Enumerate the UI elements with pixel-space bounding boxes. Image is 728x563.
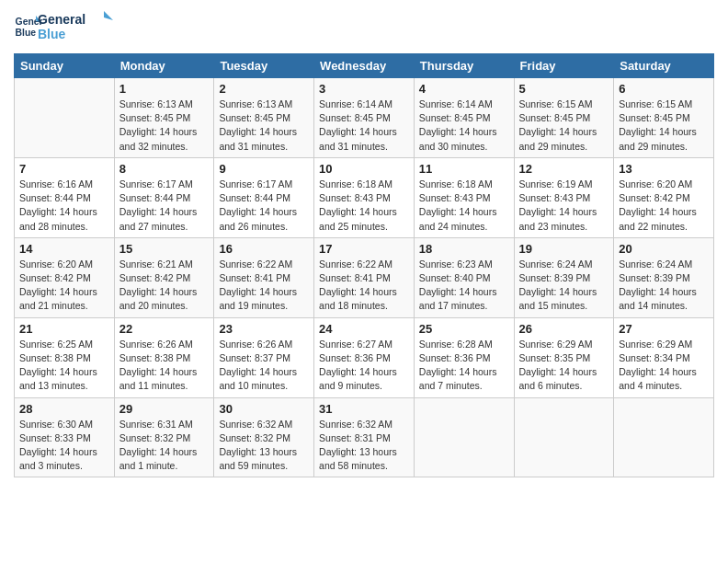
- calendar-cell: 29 Sunrise: 6:31 AM Sunset: 8:32 PM Dayl…: [114, 397, 214, 477]
- day-info: Sunrise: 6:16 AM Sunset: 8:44 PM Dayligh…: [19, 178, 109, 234]
- day-number: 16: [219, 242, 309, 256]
- sunset-label: Sunset: 8:36 PM: [319, 352, 391, 363]
- day-info: Sunrise: 6:18 AM Sunset: 8:43 PM Dayligh…: [419, 178, 509, 234]
- daylight-label: Daylight: 14 hours and 1 minute.: [119, 446, 198, 471]
- day-number: 21: [19, 322, 109, 336]
- sunrise-label: Sunrise: 6:32 AM: [219, 419, 292, 430]
- sunset-label: Sunset: 8:42 PM: [19, 272, 91, 283]
- col-header-monday: Monday: [114, 54, 214, 78]
- day-number: 26: [519, 322, 609, 336]
- daylight-label: Daylight: 14 hours and 7 minutes.: [419, 366, 497, 391]
- day-number: 6: [619, 82, 709, 96]
- day-number: 8: [119, 162, 210, 176]
- sunrise-label: Sunrise: 6:24 AM: [519, 259, 593, 270]
- calendar-cell: 23 Sunrise: 6:26 AM Sunset: 8:37 PM Dayl…: [214, 317, 314, 397]
- day-info: Sunrise: 6:13 AM Sunset: 8:45 PM Dayligh…: [219, 98, 309, 154]
- sunset-label: Sunset: 8:38 PM: [119, 352, 191, 363]
- calendar-cell: 27 Sunrise: 6:29 AM Sunset: 8:34 PM Dayl…: [614, 317, 714, 397]
- sunrise-label: Sunrise: 6:13 AM: [119, 98, 193, 109]
- calendar-cell: 28 Sunrise: 6:30 AM Sunset: 8:33 PM Dayl…: [15, 397, 115, 477]
- day-info: Sunrise: 6:15 AM Sunset: 8:45 PM Dayligh…: [619, 98, 709, 154]
- calendar-cell: 18 Sunrise: 6:23 AM Sunset: 8:40 PM Dayl…: [414, 237, 514, 317]
- svg-text:Blue: Blue: [38, 27, 66, 41]
- sunrise-label: Sunrise: 6:15 AM: [619, 98, 692, 109]
- sunrise-label: Sunrise: 6:29 AM: [619, 339, 692, 350]
- sunset-label: Sunset: 8:32 PM: [119, 432, 191, 443]
- day-info: Sunrise: 6:25 AM Sunset: 8:38 PM Dayligh…: [19, 338, 109, 394]
- day-number: 22: [119, 322, 210, 336]
- calendar-cell: 16 Sunrise: 6:22 AM Sunset: 8:41 PM Dayl…: [214, 237, 314, 317]
- calendar-cell: [514, 397, 614, 477]
- sunset-label: Sunset: 8:41 PM: [219, 272, 290, 283]
- sunset-label: Sunset: 8:44 PM: [119, 192, 191, 203]
- header: General Blue General Blue: [14, 9, 714, 44]
- day-info: Sunrise: 6:32 AM Sunset: 8:31 PM Dayligh…: [319, 418, 409, 474]
- sunset-label: Sunset: 8:43 PM: [319, 192, 391, 203]
- calendar-cell: 7 Sunrise: 6:16 AM Sunset: 8:44 PM Dayli…: [15, 157, 115, 237]
- day-number: 17: [319, 242, 409, 256]
- sunrise-label: Sunrise: 6:29 AM: [519, 339, 593, 350]
- daylight-label: Daylight: 14 hours and 13 minutes.: [19, 366, 97, 391]
- day-info: Sunrise: 6:14 AM Sunset: 8:45 PM Dayligh…: [419, 98, 509, 154]
- daylight-label: Daylight: 14 hours and 31 minutes.: [319, 126, 397, 151]
- week-row-1: 1 Sunrise: 6:13 AM Sunset: 8:45 PM Dayli…: [15, 78, 714, 158]
- day-number: 15: [119, 242, 210, 256]
- sunrise-label: Sunrise: 6:22 AM: [319, 259, 392, 270]
- day-number: 11: [419, 162, 509, 176]
- sunset-label: Sunset: 8:45 PM: [119, 112, 191, 123]
- sunrise-label: Sunrise: 6:23 AM: [419, 259, 493, 270]
- svg-marker-5: [104, 11, 113, 20]
- daylight-label: Daylight: 14 hours and 28 minutes.: [19, 206, 97, 231]
- day-info: Sunrise: 6:15 AM Sunset: 8:45 PM Dayligh…: [519, 98, 609, 154]
- sunrise-label: Sunrise: 6:32 AM: [319, 419, 392, 430]
- calendar-cell: 31 Sunrise: 6:32 AM Sunset: 8:31 PM Dayl…: [314, 397, 415, 477]
- daylight-label: Daylight: 14 hours and 27 minutes.: [119, 206, 198, 231]
- daylight-label: Daylight: 14 hours and 20 minutes.: [119, 286, 198, 311]
- sunset-label: Sunset: 8:42 PM: [119, 272, 191, 283]
- day-info: Sunrise: 6:22 AM Sunset: 8:41 PM Dayligh…: [319, 258, 409, 314]
- calendar-cell: 14 Sunrise: 6:20 AM Sunset: 8:42 PM Dayl…: [15, 237, 115, 317]
- sunset-label: Sunset: 8:45 PM: [619, 112, 690, 123]
- sunrise-label: Sunrise: 6:25 AM: [19, 339, 93, 350]
- sunset-label: Sunset: 8:36 PM: [419, 352, 491, 363]
- sunset-label: Sunset: 8:44 PM: [219, 192, 290, 203]
- col-header-tuesday: Tuesday: [214, 54, 314, 78]
- sunrise-label: Sunrise: 6:17 AM: [119, 178, 193, 190]
- sunrise-label: Sunrise: 6:17 AM: [219, 178, 292, 190]
- day-number: 3: [319, 82, 409, 96]
- sunset-label: Sunset: 8:43 PM: [519, 192, 591, 203]
- calendar-cell: 11 Sunrise: 6:18 AM Sunset: 8:43 PM Dayl…: [414, 157, 514, 237]
- day-number: 19: [519, 242, 609, 256]
- daylight-label: Daylight: 14 hours and 4 minutes.: [619, 366, 697, 391]
- sunset-label: Sunset: 8:35 PM: [519, 352, 591, 363]
- day-info: Sunrise: 6:13 AM Sunset: 8:45 PM Dayligh…: [119, 98, 210, 154]
- daylight-label: Daylight: 14 hours and 26 minutes.: [219, 206, 297, 231]
- sunset-label: Sunset: 8:40 PM: [419, 272, 491, 283]
- sunset-label: Sunset: 8:42 PM: [619, 192, 690, 203]
- day-number: 10: [319, 162, 409, 176]
- day-info: Sunrise: 6:14 AM Sunset: 8:45 PM Dayligh…: [319, 98, 409, 154]
- calendar-cell: 10 Sunrise: 6:18 AM Sunset: 8:43 PM Dayl…: [314, 157, 415, 237]
- svg-text:Blue: Blue: [16, 28, 37, 38]
- sunrise-label: Sunrise: 6:26 AM: [119, 339, 193, 350]
- calendar-cell: 15 Sunrise: 6:21 AM Sunset: 8:42 PM Dayl…: [114, 237, 214, 317]
- day-number: 4: [419, 82, 509, 96]
- calendar-cell: 21 Sunrise: 6:25 AM Sunset: 8:38 PM Dayl…: [15, 317, 115, 397]
- sunrise-label: Sunrise: 6:31 AM: [119, 419, 193, 430]
- sunrise-label: Sunrise: 6:15 AM: [519, 98, 593, 109]
- daylight-label: Daylight: 14 hours and 3 minutes.: [19, 446, 97, 471]
- calendar-table: SundayMondayTuesdayWednesdayThursdayFrid…: [14, 53, 714, 477]
- day-info: Sunrise: 6:29 AM Sunset: 8:34 PM Dayligh…: [619, 338, 709, 394]
- sunrise-label: Sunrise: 6:16 AM: [19, 178, 93, 190]
- calendar-cell: 24 Sunrise: 6:27 AM Sunset: 8:36 PM Dayl…: [314, 317, 415, 397]
- sunset-label: Sunset: 8:45 PM: [519, 112, 591, 123]
- calendar-cell: 4 Sunrise: 6:14 AM Sunset: 8:45 PM Dayli…: [414, 78, 514, 158]
- week-row-5: 28 Sunrise: 6:30 AM Sunset: 8:33 PM Dayl…: [15, 397, 714, 477]
- daylight-label: Daylight: 14 hours and 29 minutes.: [619, 126, 697, 151]
- sunset-label: Sunset: 8:41 PM: [319, 272, 391, 283]
- calendar-cell: [414, 397, 514, 477]
- daylight-label: Daylight: 14 hours and 19 minutes.: [219, 286, 297, 311]
- sunrise-label: Sunrise: 6:18 AM: [419, 178, 493, 190]
- sunset-label: Sunset: 8:39 PM: [519, 272, 591, 283]
- col-header-thursday: Thursday: [414, 54, 514, 78]
